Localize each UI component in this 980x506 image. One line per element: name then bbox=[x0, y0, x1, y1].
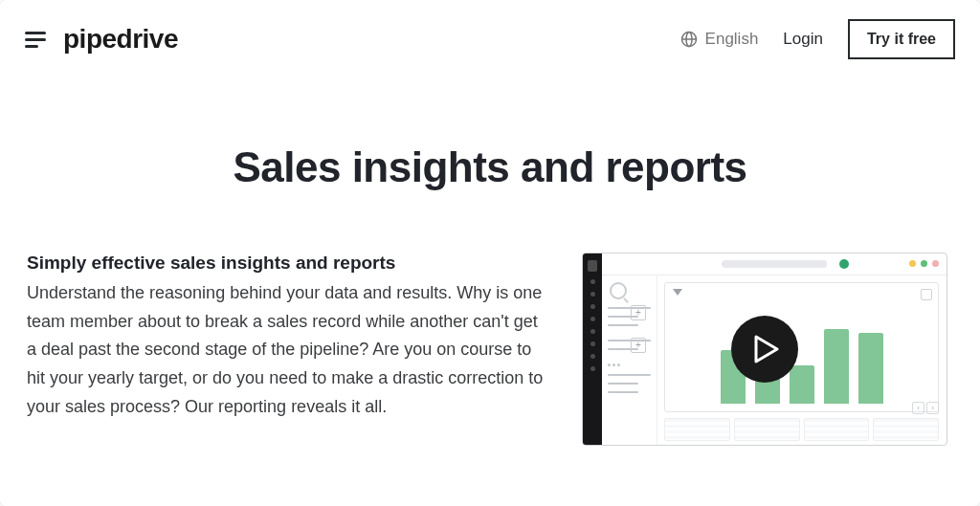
screenshot-topbar bbox=[602, 253, 947, 275]
nav-left: pipedrive bbox=[25, 24, 178, 55]
window-close-icon bbox=[932, 260, 939, 267]
add-icon bbox=[839, 259, 849, 269]
page-title: Sales insights and reports bbox=[0, 143, 980, 191]
filter-icon bbox=[673, 289, 682, 296]
globe-icon bbox=[680, 31, 698, 48]
video-preview: + + bbox=[582, 253, 947, 446]
menu-icon[interactable] bbox=[25, 32, 46, 48]
search-icon bbox=[610, 282, 627, 299]
screenshot-chart bbox=[664, 282, 939, 412]
section-body: Understand the reasoning behind your dat… bbox=[27, 279, 544, 421]
chart-bar bbox=[824, 329, 849, 404]
login-link[interactable]: Login bbox=[783, 30, 823, 49]
add-box-icon: + bbox=[631, 305, 646, 320]
page-root: pipedrive English Login Try it free Sale… bbox=[0, 0, 980, 506]
screenshot-sidebar bbox=[583, 253, 602, 445]
play-icon bbox=[754, 335, 779, 363]
play-button[interactable] bbox=[731, 316, 798, 383]
nav-right: English Login Try it free bbox=[680, 19, 955, 59]
expand-icon bbox=[921, 289, 932, 300]
chevron-left-icon: ‹ bbox=[912, 402, 924, 414]
copy-block: Simply effective sales insights and repo… bbox=[27, 253, 544, 421]
screenshot-table bbox=[664, 418, 939, 441]
brand-logo[interactable]: pipedrive bbox=[63, 24, 178, 55]
screenshot-leftpanel: + + bbox=[602, 275, 657, 445]
chevron-right-icon: › bbox=[926, 402, 939, 414]
language-label: English bbox=[705, 30, 759, 49]
top-nav: pipedrive English Login Try it free bbox=[0, 0, 980, 61]
svg-marker-3 bbox=[756, 337, 777, 362]
chart-bar bbox=[790, 365, 814, 404]
section-subtitle: Simply effective sales insights and repo… bbox=[27, 253, 544, 274]
add-box-icon: + bbox=[631, 338, 646, 353]
content-row: Simply effective sales insights and repo… bbox=[0, 191, 980, 446]
try-free-button[interactable]: Try it free bbox=[848, 19, 955, 59]
language-selector[interactable]: English bbox=[680, 30, 759, 49]
window-maximize-icon bbox=[921, 260, 927, 267]
screenshot-pager: ‹ › bbox=[912, 402, 939, 414]
chart-bar bbox=[858, 333, 883, 404]
window-minimize-icon bbox=[909, 260, 916, 267]
